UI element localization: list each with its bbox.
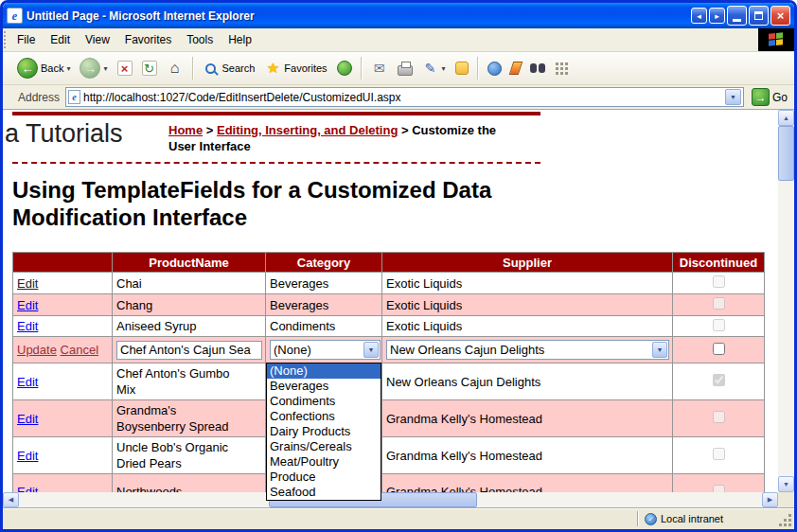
dropdown-option-seafood[interactable]: Seafood (267, 485, 381, 500)
back-button[interactable]: ← Back ▾ (13, 56, 74, 80)
supplier-cell: Grandma Kelly's Homestead (382, 474, 673, 493)
browser-viewport: a Tutorials Home > Editing, Inserting, a… (3, 110, 794, 507)
supplier-cell: Exotic Liquids (382, 316, 673, 337)
forward-button[interactable]: → ▾ (76, 56, 111, 80)
dropdown-option-confections[interactable]: Confections (267, 409, 381, 424)
toolbar-separator (361, 57, 363, 80)
edit-link[interactable]: Edit (17, 412, 38, 426)
edit-page-button[interactable]: ✎ ▾ (418, 58, 450, 79)
addon-binoculars-button[interactable] (526, 62, 549, 75)
edit-link[interactable]: Edit (17, 276, 38, 291)
supplier-select-arrow-icon[interactable]: ▼ (652, 342, 667, 358)
close-button[interactable]: × (770, 6, 790, 26)
resize-grip[interactable] (779, 514, 792, 527)
address-input-box[interactable]: e ▼ (65, 87, 744, 107)
maximize-button[interactable] (749, 6, 769, 26)
menu-view[interactable]: View (78, 28, 117, 51)
status-separator (637, 511, 639, 526)
supplier-cell: New Orleans Cajun Delights (382, 364, 673, 400)
discontinued-checkbox[interactable] (713, 343, 725, 355)
menu-drag-handle[interactable] (4, 31, 9, 48)
addon-globe-button[interactable] (484, 60, 505, 78)
dropdown-option-dairy[interactable]: Dairy Products (267, 424, 381, 439)
mail-icon: ✉ (371, 60, 388, 77)
ie-logo-icon[interactable]: e (7, 8, 23, 24)
category-select[interactable]: (None) ▼ (270, 340, 381, 360)
product-cell: Aniseed Syrup (116, 318, 241, 334)
favorites-button[interactable]: ★ Favorites (260, 58, 330, 79)
media-button[interactable] (333, 59, 356, 78)
forward-dropdown-icon[interactable]: ▾ (103, 64, 107, 73)
edit-link[interactable]: Edit (17, 375, 38, 389)
menu-tools[interactable]: Tools (179, 28, 221, 51)
supplier-select[interactable]: New Orleans Cajun Delights ▼ (386, 340, 669, 360)
update-link[interactable]: Update (17, 343, 57, 357)
dropdown-option-none[interactable]: (None) (267, 364, 381, 379)
discontinued-checkbox (713, 297, 725, 310)
edit-link[interactable]: Edit (17, 449, 38, 463)
lightning-icon (508, 62, 522, 75)
dropdown-option-meat[interactable]: Meat/Poultry (267, 454, 381, 470)
stop-button[interactable]: × (114, 59, 136, 78)
product-cell: Chai (116, 275, 241, 292)
scroll-down-button[interactable]: ▼ (778, 476, 794, 492)
go-button[interactable]: → Go (748, 88, 791, 106)
page-title: Using TemplateFields for a Customized Da… (12, 176, 528, 231)
scrollbar-corner (778, 492, 794, 507)
horizontal-scrollbar[interactable]: ◀ ▶ (3, 492, 778, 507)
back-dropdown-icon[interactable]: ▾ (66, 64, 70, 73)
minimize-button[interactable] (727, 6, 747, 26)
search-icon (205, 63, 216, 74)
nav-right-button[interactable]: ▸ (709, 8, 725, 24)
category-select-arrow-icon[interactable]: ▼ (363, 342, 379, 358)
breadcrumb-home-link[interactable]: Home (168, 123, 203, 137)
vertical-scroll-thumb[interactable] (778, 126, 794, 181)
grid-header-row: ProductName Category Supplier Discontinu… (13, 253, 765, 273)
menu-file[interactable]: File (9, 28, 43, 51)
scroll-right-button[interactable]: ▶ (762, 492, 778, 507)
status-message-area (9, 511, 633, 527)
dropdown-option-condiments[interactable]: Condiments (267, 394, 381, 409)
messenger-button[interactable] (452, 60, 472, 77)
address-dropdown-button[interactable]: ▼ (725, 89, 741, 105)
edit-link[interactable]: Edit (17, 298, 38, 312)
security-zone-panel: ✓ Local intranet (643, 511, 775, 527)
search-button[interactable]: Search (199, 58, 259, 79)
site-dashed-rule (12, 162, 540, 164)
addon-lightning-button[interactable] (507, 60, 524, 77)
discontinued-checkbox (713, 275, 725, 288)
binoculars-icon (530, 63, 545, 73)
stop-icon: × (117, 61, 133, 76)
address-input[interactable] (83, 91, 722, 104)
home-button[interactable]: ⌂ (163, 58, 187, 79)
cancel-link[interactable]: Cancel (61, 343, 98, 357)
products-gridview: ProductName Category Supplier Discontinu… (12, 252, 765, 492)
product-cell: Grandma's Boysenberry Spread (116, 402, 241, 434)
menu-edit[interactable]: Edit (43, 28, 78, 51)
discontinued-checkbox (713, 319, 725, 331)
menu-help[interactable]: Help (221, 28, 259, 51)
dropdown-option-grains[interactable]: Grains/Cereals (267, 439, 381, 454)
site-title: a Tutorials (5, 119, 123, 149)
standard-toolbar: ← Back ▾ → ▾ × ↻ ⌂ Search ★ Favorites (3, 52, 794, 85)
header-discontinued: Discontinued (673, 253, 765, 273)
scroll-left-button[interactable]: ◀ (3, 492, 19, 507)
product-name-input[interactable] (116, 341, 262, 360)
breadcrumb-section-link[interactable]: Editing, Inserting, and Deleting (217, 123, 398, 137)
dropdown-option-produce[interactable]: Produce (267, 470, 381, 485)
refresh-button[interactable]: ↻ (138, 59, 161, 78)
messenger-icon (455, 62, 469, 75)
dropdown-option-beverages[interactable]: Beverages (267, 379, 381, 394)
edit-link[interactable]: Edit (17, 485, 38, 492)
browser-window: e Untitled Page - Microsoft Internet Exp… (0, 0, 797, 532)
print-button[interactable] (394, 60, 416, 78)
scroll-up-button[interactable]: ▲ (778, 110, 794, 126)
vertical-scrollbar[interactable]: ▲ ▼ (778, 110, 794, 492)
nav-left-button[interactable]: ◂ (691, 8, 707, 24)
edit-link[interactable]: Edit (17, 319, 38, 333)
edit-dropdown-icon[interactable]: ▾ (442, 64, 446, 73)
addon-grid-button[interactable] (551, 60, 572, 77)
mail-button[interactable]: ✉ (367, 58, 392, 79)
menu-favorites[interactable]: Favorites (117, 28, 179, 51)
product-cell: Chang (116, 297, 241, 313)
